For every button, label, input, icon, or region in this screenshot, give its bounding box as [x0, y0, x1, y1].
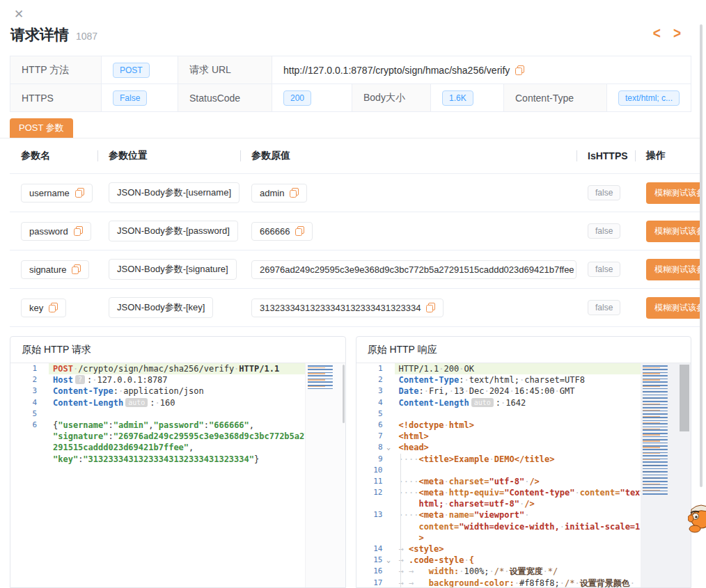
next-arrow-icon[interactable]: >: [673, 26, 681, 42]
params-table-header: 参数名参数位置参数原值IsHTTPS操作: [10, 138, 700, 174]
fold-icon[interactable]: ⌄: [383, 442, 395, 453]
code-token: ·: [424, 386, 429, 396]
raw-http-panels: 原始 HTTP 请求 1POST·/crypto/sign/hmac/sha25…: [10, 336, 691, 588]
summary-value: POST: [102, 56, 178, 84]
code-token: ·: [489, 454, 494, 464]
param-name-pill: signature: [21, 260, 89, 279]
editor-scrollbar-thumb[interactable]: [680, 365, 689, 431]
fold-gutter: [383, 386, 395, 397]
minimap[interactable]: [305, 363, 345, 588]
fold-icon[interactable]: ⌄: [383, 555, 395, 566]
copy-icon[interactable]: [515, 65, 524, 75]
raw-request-editor[interactable]: 1POST·/crypto/sign/hmac/sha256/verify·HT…: [10, 363, 345, 588]
is-https-badge: false: [588, 185, 620, 200]
line-number: 1: [356, 363, 383, 374]
code-token: ·: [155, 398, 159, 408]
fold-gutter: [37, 408, 49, 420]
param-value-pill: 26976ad249c29595c3e9e368d9c3bc772b5a2729…: [251, 260, 576, 279]
code-token: [399, 533, 419, 543]
column-header: 参数名: [10, 150, 97, 162]
code-token: POST: [53, 364, 73, 374]
is-https-cell: false: [576, 300, 635, 315]
code-token: "width=device-width,: [459, 522, 560, 532]
code-token: </title>: [515, 454, 555, 464]
fold-gutter: [383, 578, 395, 588]
is-https-cell: false: [576, 223, 635, 239]
param-location-pill: JSON-Body参数-[signature]: [109, 259, 237, 280]
code-token: initial-scale=1": [565, 522, 641, 532]
summary-value: 200: [272, 84, 352, 111]
copy-icon[interactable]: [290, 188, 299, 198]
code-token: content=: [580, 488, 620, 498]
page-scrollbar[interactable]: [700, 24, 703, 487]
fuzz-test-button[interactable]: 模糊测试该参数: [646, 182, 700, 204]
inline-badge: ?: [75, 375, 85, 384]
line-number: [10, 454, 37, 465]
code-token: ·: [464, 386, 469, 396]
line-number: 6: [10, 420, 37, 431]
value-badge: text/html; c...: [618, 90, 680, 106]
code-token: 设置宽度: [510, 566, 543, 576]
code-token: 1642: [505, 398, 526, 408]
fold-gutter: [383, 374, 395, 386]
code-text: content="width=device-width,·initial-sca…: [395, 521, 641, 532]
request-id: 1087: [76, 31, 97, 42]
code-token: ·: [555, 386, 560, 396]
line-number: 3: [10, 386, 37, 397]
copy-icon[interactable]: [426, 303, 435, 312]
code-token: ·: [464, 375, 469, 385]
copy-icon[interactable]: [295, 226, 304, 236]
code-token: ·: [574, 488, 579, 498]
code-token: .code-style: [409, 555, 464, 565]
tab-post-params[interactable]: POST 参数: [10, 118, 73, 138]
fold-gutter: [37, 397, 49, 408]
code-token: application/json: [123, 386, 204, 396]
fuzz-test-button[interactable]: 模糊测试该参数: [646, 297, 700, 319]
code-token: <meta: [418, 477, 444, 486]
line-number: 16: [356, 566, 383, 577]
page-title: 请求详情: [10, 25, 69, 45]
code-token: />: [524, 499, 534, 509]
code-token: ·: [444, 510, 449, 520]
table-row: keyJSON-Body参数-[key]31323334313233343132…: [10, 289, 700, 327]
summary-row-1: HTTP 方法POST请求 URLhttp://127.0.0.1:8787/c…: [10, 56, 691, 84]
fuzz-test-button[interactable]: 模糊测试该参数: [646, 221, 700, 242]
code-token: "26976ad249c29595c3e9e368d9c3bc772b5a27: [113, 431, 305, 441]
param-name-cell: username: [10, 184, 97, 202]
prev-arrow-icon[interactable]: <: [653, 26, 661, 42]
code-text: → .code-style·{: [395, 555, 641, 566]
code-token: <meta: [418, 488, 444, 498]
fold-gutter: [37, 374, 49, 386]
param-name-cell: key: [10, 299, 97, 317]
code-token: Dec: [469, 386, 485, 396]
code-token: Content-Length: [53, 398, 123, 408]
line-number: 4: [10, 397, 37, 408]
mascot[interactable]: [688, 495, 706, 546]
code-token: ·: [543, 566, 548, 576]
code-token: ,: [249, 420, 254, 430]
raw-response-editor[interactable]: 1HTTP/1.1·200·OK2Content-Type:·text/html…: [356, 363, 691, 588]
close-icon[interactable]: ✕: [14, 7, 24, 22]
fuzz-test-button[interactable]: 模糊测试该参数: [646, 259, 700, 280]
code-token: :: [108, 420, 113, 430]
param-value-cell: 666666: [240, 222, 576, 241]
param-value-cell: admin: [240, 184, 576, 202]
copy-icon[interactable]: [72, 264, 81, 274]
params-table: 参数名参数位置参数原值IsHTTPS操作 usernameJSON-Body参数…: [10, 138, 700, 327]
line-number: [356, 532, 383, 543]
code-token: DEMO: [494, 454, 515, 464]
code-token: ·: [630, 578, 635, 588]
code-token: 设置背景颜色: [580, 578, 630, 588]
param-name-cell: password: [10, 222, 97, 241]
code-token: ·: [444, 420, 449, 430]
editor-scrollbar-thumb[interactable]: [343, 365, 345, 423]
copy-icon[interactable]: [74, 226, 83, 236]
copy-icon[interactable]: [49, 303, 58, 312]
code-token: ····: [399, 510, 419, 520]
code-text: <head>: [395, 442, 641, 453]
code-token: "viewport": [474, 510, 524, 520]
line-number: 17: [356, 578, 383, 588]
code-token: ·: [444, 499, 449, 509]
copy-icon[interactable]: [75, 188, 84, 198]
code-text: >: [395, 532, 641, 543]
